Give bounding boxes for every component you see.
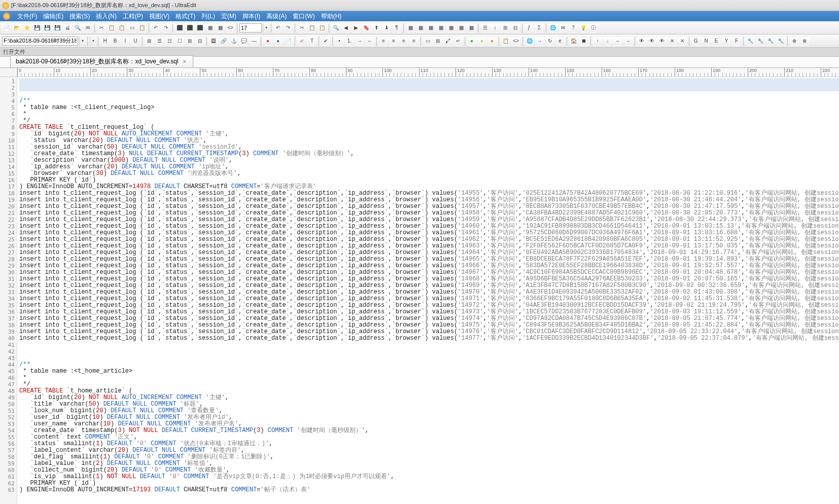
copy-sel-icon[interactable]: ▦ (205, 23, 215, 32)
col-b-icon[interactable]: ▦ (416, 23, 425, 32)
show-blanks-icon[interactable]: ¶ (392, 23, 401, 32)
chk-icon[interactable]: ✓ (297, 37, 306, 46)
bm-next-icon[interactable]: ⬇ (382, 23, 391, 32)
align-r-icon[interactable]: ≡ (399, 37, 408, 46)
tbl-col-icon[interactable]: ☷ (165, 37, 174, 46)
close-icon[interactable]: × (182, 59, 188, 65)
underline-icon[interactable]: U (131, 37, 140, 46)
open-icon[interactable]: 📂 (12, 23, 21, 32)
bold-icon[interactable]: B (111, 37, 120, 46)
cut2-icon[interactable]: ✂ (297, 23, 306, 32)
link-icon[interactable]: 🔗 (219, 37, 228, 46)
tmpl-icon[interactable]: 📋 (501, 37, 510, 46)
findprev-icon[interactable]: ◀ (341, 23, 351, 32)
menu-高级(A)[interactable]: 高级(A) (263, 11, 290, 22)
undo-icon[interactable]: ↶ (151, 23, 160, 32)
view-c-icon[interactable]: 👁 (657, 37, 667, 46)
find-icon[interactable]: 🔍 (331, 23, 340, 32)
x-b-icon[interactable]: ⊗ (800, 37, 809, 46)
col-f-icon[interactable]: ▦ (457, 23, 466, 32)
txt-icon[interactable]: T (307, 37, 317, 46)
red-icon[interactable]: ● (263, 37, 272, 46)
menu-列(L)[interactable]: 列(L) (198, 11, 218, 22)
comment-icon[interactable]: 💬 (239, 37, 249, 46)
italic-icon[interactable]: I (121, 37, 130, 46)
code-area[interactable]: /** * table name :<t_client_request_log>… (17, 77, 839, 504)
tbl-ins-icon[interactable]: ⊞ (145, 37, 154, 46)
col-g-icon[interactable]: ▦ (467, 23, 476, 32)
yellow-icon[interactable]: ● (477, 37, 486, 46)
tool-c-icon[interactable]: 🔧 (766, 37, 775, 46)
x2-icon[interactable]: ✕ (678, 37, 687, 46)
f-icon[interactable]: F (732, 37, 741, 46)
align-c-icon[interactable]: ≡ (389, 37, 398, 46)
up-icon[interactable]: ↑ (593, 37, 602, 46)
menu-脚本(I)[interactable]: 脚本(I) (239, 11, 263, 22)
select-icon[interactable]: ▭ (127, 23, 136, 32)
home-icon[interactable]: 🏠 (569, 37, 578, 46)
tool-a-icon[interactable]: 🔧 (746, 37, 755, 46)
ie-icon[interactable]: e (555, 37, 565, 46)
format-center-icon[interactable]: ⬛ (185, 23, 194, 32)
help-icon[interactable]: ? (569, 23, 578, 32)
orange-icon[interactable]: ● (487, 37, 497, 46)
justify-icon[interactable]: ≡ (409, 37, 418, 46)
menu-插入(N)[interactable]: 插入(N) (93, 11, 120, 22)
menu-文件(F)[interactable]: 文件(F) (14, 11, 40, 22)
about-icon[interactable]: ⓘ (589, 23, 598, 32)
saveas-icon[interactable]: 💾 (43, 23, 52, 32)
cell-icon[interactable]: ☐ (175, 37, 184, 46)
br-icon[interactable]: ↵ (453, 37, 463, 46)
indent-icon[interactable]: → (355, 37, 364, 46)
paste-icon[interactable]: 📋 (117, 23, 126, 32)
view-b-icon[interactable]: 👁 (647, 37, 656, 46)
merge-icon[interactable]: ⊞ (185, 37, 194, 46)
web-icon[interactable]: 🌐 (525, 37, 534, 46)
anchor-icon[interactable]: ⚓ (229, 37, 238, 46)
e-icon[interactable]: E (712, 37, 721, 46)
heading-icon[interactable]: H (100, 37, 110, 46)
path-dropdown[interactable]: ▾ (79, 37, 85, 46)
view-a-icon[interactable]: 👁 (637, 37, 646, 46)
outdent-icon[interactable]: ← (365, 37, 374, 46)
tool-d-icon[interactable]: 🔧 (776, 37, 785, 46)
path-input[interactable] (2, 37, 78, 46)
menu-窗口(W)[interactable]: 窗口(W) (290, 11, 318, 22)
redo-icon[interactable]: ↷ (161, 23, 170, 32)
html-tag-icon[interactable]: <> (226, 23, 235, 32)
mail2-icon[interactable]: ✉ (558, 23, 568, 32)
saveall-icon[interactable]: 💾 (53, 23, 62, 32)
col-split-icon[interactable]: ⊟ (511, 23, 520, 32)
hr-icon[interactable]: — (250, 37, 259, 46)
col-mode-icon[interactable]: ☰ (480, 23, 490, 32)
col-a-icon[interactable]: ▦ (406, 23, 415, 32)
x-a-icon[interactable]: ⊗ (790, 37, 799, 46)
col-merge-icon[interactable]: ⊞ (501, 23, 510, 32)
menu-编辑(E)[interactable]: 编辑(E) (40, 11, 66, 22)
down-icon[interactable]: ↓ (603, 37, 612, 46)
g-icon[interactable]: G (691, 37, 701, 46)
right-icon[interactable]: → (623, 37, 633, 46)
y-icon[interactable]: Y (722, 37, 731, 46)
list-ol-icon[interactable]: 1. (345, 37, 354, 46)
list-ul-icon[interactable]: • (335, 37, 344, 46)
left-icon[interactable]: ← (613, 37, 622, 46)
dropdown-icon[interactable]: ▾ (90, 37, 96, 46)
refresh-icon[interactable]: ↻ (545, 37, 554, 46)
format-right-icon[interactable]: ⬛ (195, 23, 204, 32)
email-icon[interactable]: ✉ (83, 23, 92, 32)
copy2-icon[interactable]: 📋 (307, 23, 317, 32)
findnext-icon[interactable]: ▶ (352, 23, 361, 32)
redo2-icon[interactable]: ↷ (284, 23, 293, 32)
tbl-row-icon[interactable]: ☰ (155, 37, 164, 46)
img-icon[interactable]: 🖼 (209, 37, 218, 46)
cut-icon[interactable]: ✂ (97, 23, 106, 32)
menu-搜索(S)[interactable]: 搜索(S) (66, 11, 93, 22)
web-icon[interactable]: 🌐 (548, 23, 557, 32)
spell-icon[interactable]: ✔ (321, 37, 330, 46)
menu-工程(P)[interactable]: 工程(P) (120, 11, 146, 22)
paste-sel-icon[interactable]: ▦ (216, 23, 225, 32)
func-icon[interactable]: ƒ (525, 23, 534, 32)
x1-icon[interactable]: ✕ (668, 37, 677, 46)
undo2-icon[interactable]: ↶ (273, 23, 283, 32)
